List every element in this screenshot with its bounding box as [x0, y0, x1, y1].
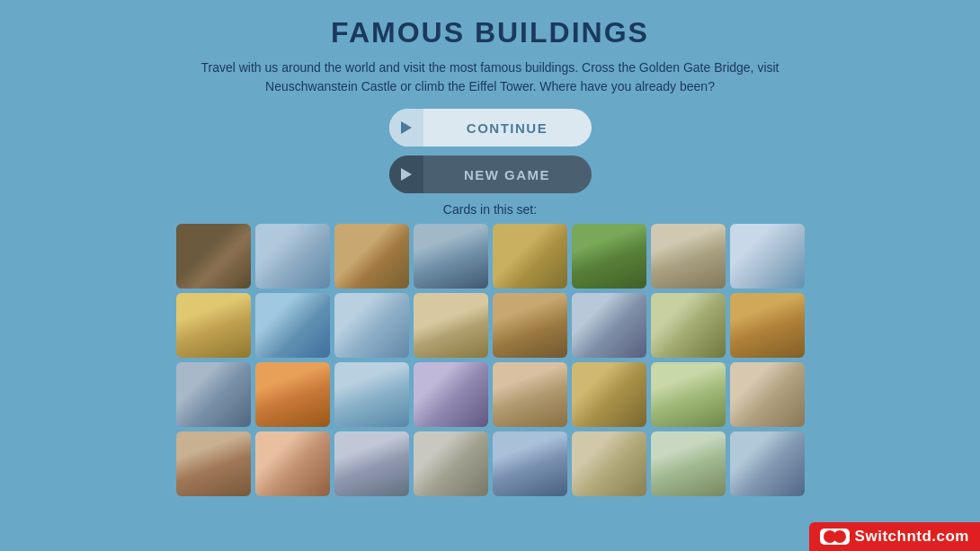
- watermark-text: Switchntd.com: [855, 528, 969, 546]
- card-thumb-1-6[interactable]: [651, 293, 726, 358]
- card-thumb-2-2[interactable]: [334, 362, 409, 427]
- new-game-label: NEW GAME: [423, 167, 592, 182]
- card-thumb-2-1[interactable]: [255, 362, 330, 427]
- card-thumb-0-5[interactable]: [572, 224, 646, 289]
- card-thumb-0-7[interactable]: [730, 224, 805, 289]
- card-thumb-0-2[interactable]: [334, 224, 409, 289]
- card-thumb-0-0[interactable]: [176, 224, 251, 289]
- cards-row-0: [176, 224, 805, 289]
- card-thumb-0-1[interactable]: [255, 224, 330, 289]
- card-thumb-1-0[interactable]: [176, 293, 251, 358]
- cards-label: Cards in this set:: [0, 202, 980, 217]
- card-thumb-3-0[interactable]: [176, 431, 251, 496]
- continue-play-icon: [389, 109, 423, 147]
- cards-row-2: [176, 362, 805, 427]
- cards-row-1: [176, 293, 805, 358]
- card-thumb-3-1[interactable]: [255, 431, 330, 496]
- card-thumb-2-0[interactable]: [176, 362, 251, 427]
- card-thumb-1-7[interactable]: [730, 293, 805, 358]
- card-thumb-3-3[interactable]: [414, 431, 488, 496]
- card-thumb-2-5[interactable]: [572, 362, 646, 427]
- card-thumb-2-6[interactable]: [651, 362, 726, 427]
- page-description: Travel with us around the world and visi…: [175, 58, 805, 96]
- cards-row-3: [176, 431, 805, 496]
- card-thumb-1-2[interactable]: [334, 293, 409, 358]
- continue-label: CONTINUE: [423, 120, 592, 136]
- card-thumb-1-3[interactable]: [414, 293, 488, 358]
- card-thumb-2-4[interactable]: [493, 362, 567, 427]
- cards-grid: [0, 224, 980, 496]
- card-thumb-3-5[interactable]: [572, 431, 646, 496]
- card-thumb-0-4[interactable]: [493, 224, 567, 289]
- card-thumb-1-1[interactable]: [255, 293, 330, 358]
- watermark-logo: [820, 529, 850, 545]
- new-game-button[interactable]: NEW GAME: [389, 156, 592, 193]
- card-thumb-2-3[interactable]: [414, 362, 488, 427]
- logo-circle-right: [833, 530, 846, 543]
- card-thumb-3-6[interactable]: [651, 431, 726, 496]
- card-thumb-3-2[interactable]: [334, 431, 409, 496]
- watermark-badge: Switchntd.com: [809, 522, 980, 551]
- buttons-container: CONTINUE NEW GAME: [0, 109, 980, 193]
- card-thumb-3-4[interactable]: [493, 431, 567, 496]
- page-title: FAMOUS BUILDINGS: [0, 0, 980, 49]
- card-thumb-1-4[interactable]: [493, 293, 567, 358]
- card-thumb-0-3[interactable]: [414, 224, 488, 289]
- card-thumb-1-5[interactable]: [572, 293, 646, 358]
- card-thumb-0-6[interactable]: [651, 224, 726, 289]
- new-game-play-icon: [389, 156, 423, 193]
- card-thumb-2-7[interactable]: [730, 362, 805, 427]
- card-thumb-3-7[interactable]: [730, 431, 805, 496]
- continue-button[interactable]: CONTINUE: [389, 109, 592, 147]
